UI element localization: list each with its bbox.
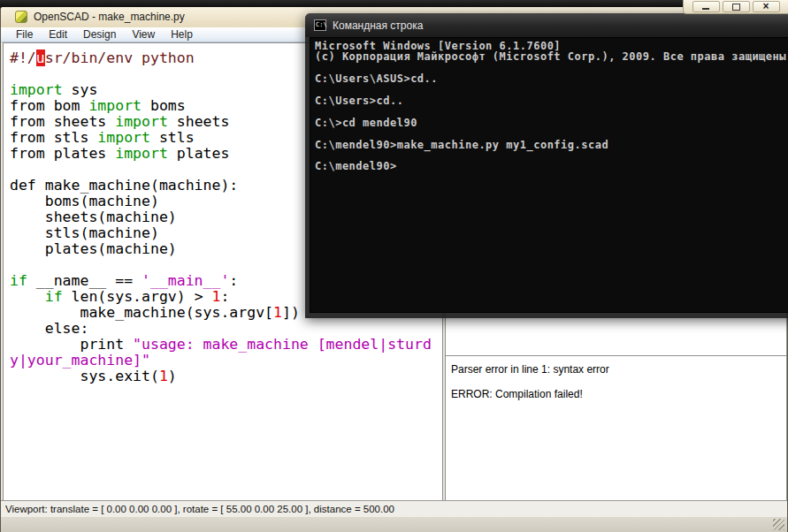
cmd-line — [315, 128, 788, 139]
cmd-line — [315, 106, 788, 117]
cmd-titlebar[interactable]: C:\ Командная строка — [305, 13, 788, 37]
cmd-line: C:\>cd mendel90 — [315, 118, 788, 128]
console-pane[interactable]: Parser error in line 1: syntax error ERR… — [446, 355, 786, 505]
console-message: ERROR: Compilation failed! — [451, 388, 781, 400]
resize-grip[interactable] — [773, 519, 784, 530]
maximize-icon — [732, 4, 740, 11]
background-window-strip — [0, 0, 788, 7]
maximize-button[interactable] — [723, 1, 750, 12]
cmd-output: Microsoft Windows [Version 6.1.7600](c) … — [315, 41, 788, 172]
menu-design[interactable]: Design — [75, 27, 124, 42]
cmd-line: C:\mendel90>make_machine.py my1_config.s… — [315, 140, 788, 150]
code-line: else: — [10, 321, 442, 337]
menu-help[interactable]: Help — [163, 27, 201, 42]
menu-file[interactable]: File — [8, 27, 41, 42]
console-message: Parser error in line 1: syntax error — [451, 363, 781, 376]
caption-buttons: × — [683, 0, 788, 14]
menu-edit[interactable]: Edit — [41, 27, 75, 42]
code-line: y|your_machine]" — [10, 353, 442, 369]
window-bottom-frame — [1, 517, 787, 532]
console-message — [451, 376, 781, 388]
console-output: Parser error in line 1: syntax error ERR… — [451, 363, 781, 400]
openscad-window-title: OpenSCAD - make_machine.py — [34, 11, 185, 23]
cmd-window-title: Командная строка — [333, 19, 423, 32]
cmd-line: C:\Users>cd.. — [315, 95, 788, 106]
text-cursor: u — [36, 49, 45, 66]
close-button[interactable]: × — [753, 1, 780, 12]
cmd-line: C:\Users\ASUS>cd.. — [315, 73, 788, 84]
minimize-icon — [702, 8, 709, 10]
minimize-button[interactable] — [692, 1, 720, 12]
cmd-window: C:\ Командная строка Microsoft Windows [… — [305, 13, 788, 318]
code-line: sys.exit(1) — [10, 369, 442, 384]
viewport-status-text: Viewport: translate = [ 0.00 0.00 0.00 ]… — [5, 504, 394, 514]
cmd-content[interactable]: Microsoft Windows [Version 6.1.7600](c) … — [310, 37, 788, 313]
openscad-logo-icon — [15, 11, 27, 23]
code-line: print "usage: make_machine [mendel|sturd — [10, 337, 442, 353]
cmd-prompt-icon: C:\ — [314, 19, 326, 31]
menu-view[interactable]: View — [124, 27, 163, 42]
status-bar: Viewport: translate = [ 0.00 0.00 0.00 ]… — [1, 500, 787, 517]
screen: OpenSCAD - make_machine.py File Edit Des… — [0, 0, 788, 532]
cmd-line: (c) Корпорация Майкрософт (Microsoft Cor… — [315, 51, 788, 62]
close-icon: × — [762, 2, 769, 11]
cmd-line: C:\mendel90> — [315, 161, 788, 171]
